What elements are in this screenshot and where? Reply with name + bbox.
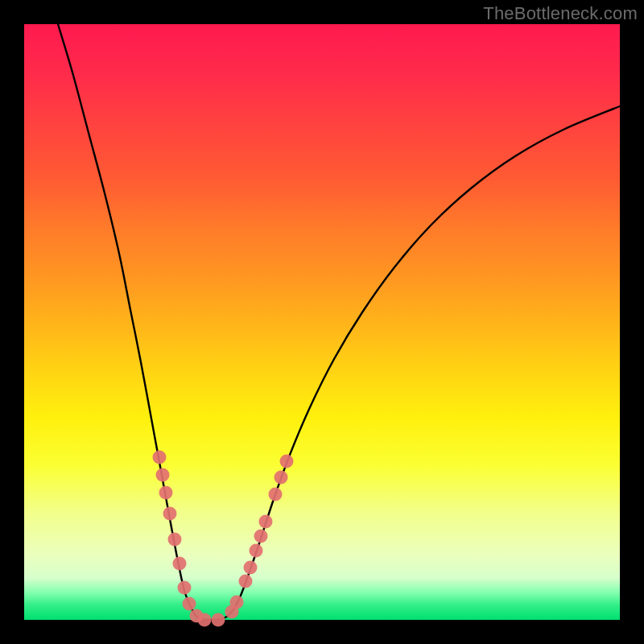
marker-dot [244, 561, 258, 575]
marker-dot [254, 530, 268, 543]
curve-left-curve [58, 24, 211, 620]
marker-dot [159, 486, 173, 500]
marker-dot [212, 613, 225, 627]
marker-dot [163, 507, 177, 521]
marker-dot [168, 533, 182, 547]
chart-frame: TheBottleneck.com [0, 0, 644, 644]
marker-dot [275, 471, 288, 485]
marker-dot [269, 488, 283, 502]
watermark-text: TheBottleneck.com [483, 3, 638, 24]
marker-dot [153, 451, 167, 464]
marker-dot [198, 613, 212, 627]
marker-dot [280, 455, 294, 469]
marker-dot [230, 596, 244, 609]
marker-dot [250, 544, 263, 558]
plot-area [24, 24, 620, 620]
marker-dot [178, 581, 192, 595]
marker-dot [183, 597, 196, 611]
curve-right-curve [211, 106, 620, 620]
marker-dot [259, 515, 273, 529]
curve-group [58, 24, 620, 620]
marker-dot [156, 469, 170, 482]
plot-svg [24, 24, 620, 620]
marker-dot [239, 575, 253, 588]
marker-group [153, 451, 294, 627]
marker-dot [173, 557, 187, 571]
